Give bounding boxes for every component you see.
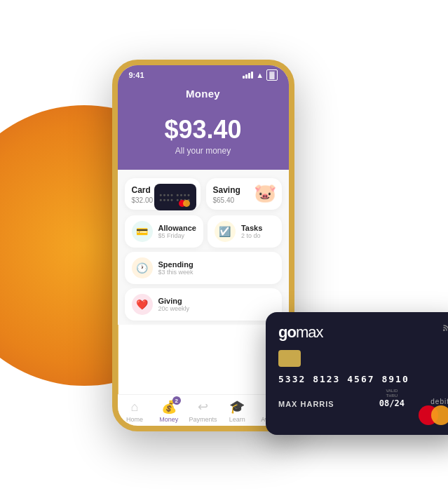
signal-icon bbox=[243, 72, 253, 79]
list-section: 💳 Allowance $5 Friday ☑️ Tasks 2 to do � bbox=[118, 215, 289, 325]
giving-icon: ❤️ bbox=[132, 294, 153, 315]
cc-logo: go max bbox=[278, 323, 323, 342]
battery-icon: ▓ bbox=[266, 69, 277, 81]
mastercard-logo bbox=[419, 405, 448, 425]
nav-money-label: Money bbox=[159, 416, 178, 423]
card-item-saving[interactable]: Saving $65.40 🐷 bbox=[206, 178, 282, 210]
app-title: Money bbox=[118, 88, 289, 100]
mc-orange-circle bbox=[431, 405, 448, 425]
card-item-card[interactable]: Card $32.00 ●●●● ●●●●●●●● ●●●● bbox=[125, 178, 201, 210]
svg-point-0 bbox=[443, 330, 444, 331]
status-bar: 9:41 ▲ ▓ bbox=[118, 65, 289, 85]
allowance-icon: 💳 bbox=[132, 221, 153, 242]
balance-section: $93.40 All your money bbox=[118, 109, 289, 170]
spending-icon: 🕐 bbox=[132, 257, 153, 278]
allowance-sub: $5 Friday bbox=[158, 232, 196, 239]
allowance-title: Allowance bbox=[158, 224, 196, 232]
nav-payments[interactable]: ↩ Payments bbox=[186, 399, 220, 423]
cards-grid: Card $32.00 ●●●● ●●●●●●●● ●●●● Saving $6… bbox=[118, 170, 289, 215]
learn-icon: 🎓 bbox=[229, 399, 245, 415]
nav-learn[interactable]: 🎓 Learn bbox=[220, 399, 254, 423]
giving-sub: 20c weekly bbox=[158, 305, 190, 312]
giving-title: Giving bbox=[158, 297, 190, 305]
home-icon: ⌂ bbox=[130, 400, 138, 415]
nav-money[interactable]: 💰 2 Money bbox=[151, 399, 186, 423]
cc-holder-name: MAX HARRIS bbox=[278, 400, 334, 408]
tasks-icon: ☑️ bbox=[215, 221, 236, 242]
pig-icon: 🐷 bbox=[254, 182, 276, 204]
nav-learn-label: Learn bbox=[229, 416, 245, 423]
spending-title: Spending bbox=[158, 260, 194, 269]
nav-payments-label: Payments bbox=[189, 416, 217, 423]
app-header: Money bbox=[118, 85, 289, 109]
status-time: 9:41 bbox=[129, 71, 144, 79]
nav-home-label: Home bbox=[126, 416, 143, 423]
contactless-icon bbox=[437, 323, 448, 341]
balance-label: All your money bbox=[118, 146, 289, 156]
cc-logo-go: go bbox=[278, 323, 296, 342]
list-item-spending[interactable]: 🕐 Spending $3 this week bbox=[125, 252, 282, 284]
cc-valid: VALIDTHRU 08/24 bbox=[379, 389, 405, 408]
cc-number: 5332 8123 4567 8910 bbox=[278, 374, 448, 384]
cc-valid-date: 08/24 bbox=[379, 398, 405, 408]
cc-debit-label: debit bbox=[430, 398, 448, 405]
money-badge: 2 bbox=[172, 396, 181, 405]
cc-logo-max: max bbox=[296, 323, 323, 342]
spending-sub: $3 this week bbox=[158, 269, 194, 276]
card-visual: ●●●● ●●●●●●●● ●●●● bbox=[154, 184, 196, 210]
wifi-icon: ▲ bbox=[256, 71, 264, 79]
credit-card: go max 5332 8123 4567 8910 MAX HARRIS VA… bbox=[266, 312, 448, 435]
money-badge-wrapper: 💰 2 bbox=[161, 399, 177, 415]
bottom-nav: ⌂ Home 💰 2 Money ↩ Payments 🎓 Learn 🏅 A bbox=[118, 394, 289, 426]
list-item-allowance[interactable]: 💳 Allowance $5 Friday bbox=[125, 215, 203, 248]
tasks-title: Tasks bbox=[241, 224, 262, 232]
payments-icon: ↩ bbox=[198, 399, 208, 415]
balance-amount: $93.40 bbox=[118, 115, 289, 144]
list-item-tasks[interactable]: ☑️ Tasks 2 to do bbox=[208, 215, 282, 248]
nav-home[interactable]: ⌂ Home bbox=[118, 400, 152, 423]
tasks-sub: 2 to do bbox=[241, 232, 262, 239]
cc-chip bbox=[278, 350, 301, 367]
list-item-giving[interactable]: ❤️ Giving 20c weekly bbox=[125, 288, 282, 321]
status-icons: ▲ ▓ bbox=[243, 69, 277, 81]
